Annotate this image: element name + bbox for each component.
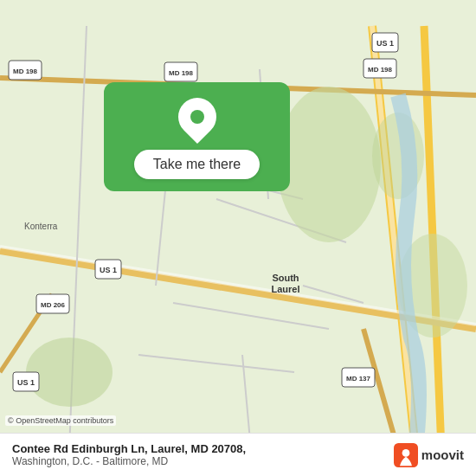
map-popup: Take me there — [104, 82, 290, 191]
svg-text:US 1: US 1 — [17, 378, 35, 387]
address-line2: Washington, D.C. - Baltimore, MD — [12, 455, 246, 467]
map-container: US 1 MD 198 MD 198 MD 198 MD 206 US 1 US… — [0, 0, 476, 476]
svg-point-13 — [26, 338, 113, 407]
moovit-logo-icon — [394, 443, 418, 467]
address-block: Contee Rd Edinburgh Ln, Laurel, MD 20708… — [12, 442, 246, 467]
svg-text:Laurel: Laurel — [271, 284, 299, 294]
svg-text:MD 198: MD 198 — [169, 69, 194, 77]
svg-text:MD 137: MD 137 — [346, 375, 371, 383]
bottom-bar: Contee Rd Edinburgh Ln, Laurel, MD 20708… — [0, 433, 476, 476]
svg-text:Konterra: Konterra — [24, 222, 58, 231]
svg-text:MD 198: MD 198 — [13, 68, 38, 75]
location-pin-icon — [170, 90, 223, 144]
osm-credit: © OpenStreetMap contributors — [5, 415, 116, 426]
svg-point-12 — [277, 87, 381, 242]
svg-text:South: South — [272, 273, 299, 283]
svg-point-37 — [402, 449, 409, 457]
svg-text:US 1: US 1 — [100, 266, 117, 274]
moovit-logo-text: moovit — [421, 447, 464, 462]
svg-text:US 1: US 1 — [376, 39, 394, 48]
moovit-logo: moovit — [394, 443, 464, 467]
address-line1: Contee Rd Edinburgh Ln, Laurel, MD 20708… — [12, 442, 246, 455]
svg-text:MD 198: MD 198 — [368, 66, 393, 74]
take-me-there-button[interactable]: Take me there — [134, 150, 260, 179]
svg-text:MD 206: MD 206 — [41, 301, 66, 309]
map-background: US 1 MD 198 MD 198 MD 198 MD 206 US 1 US… — [0, 0, 476, 476]
